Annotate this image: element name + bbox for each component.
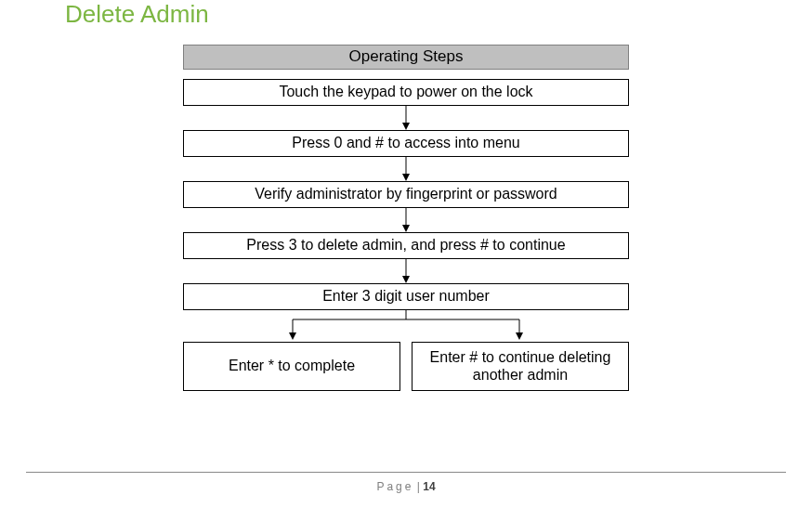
svg-marker-1: [402, 123, 410, 130]
svg-marker-5: [402, 225, 410, 232]
page-title: Delete Admin: [65, 0, 209, 29]
step-1: Touch the keypad to power on the lock: [183, 79, 629, 106]
flow-diagram: Operating Steps Touch the keypad to powe…: [183, 45, 629, 391]
footer-divider: [26, 472, 786, 473]
arrow-down-icon: [183, 208, 629, 232]
footer-label: Page: [376, 480, 413, 493]
step-5: Enter 3 digit user number: [183, 283, 629, 310]
svg-marker-7: [402, 276, 410, 283]
arrow-down-icon: [183, 259, 629, 283]
svg-marker-13: [516, 332, 523, 340]
svg-marker-3: [402, 174, 410, 181]
arrow-down-icon: [183, 157, 629, 181]
step-2: Press 0 and # to access into menu: [183, 130, 629, 157]
page-footer: Page | 14: [0, 480, 812, 493]
arrow-split-icon: [183, 310, 629, 342]
svg-marker-11: [289, 332, 296, 340]
step-left: Enter * to complete: [183, 342, 400, 391]
footer-sep: |: [413, 480, 423, 493]
step-3: Verify administrator by fingerprint or p…: [183, 181, 629, 208]
arrow-down-icon: [183, 106, 629, 130]
step-right: Enter # to continue deleting another adm…: [412, 342, 629, 391]
step-4: Press 3 to delete admin, and press # to …: [183, 232, 629, 259]
flow-header: Operating Steps: [183, 45, 629, 70]
footer-page-number: 14: [423, 480, 435, 493]
